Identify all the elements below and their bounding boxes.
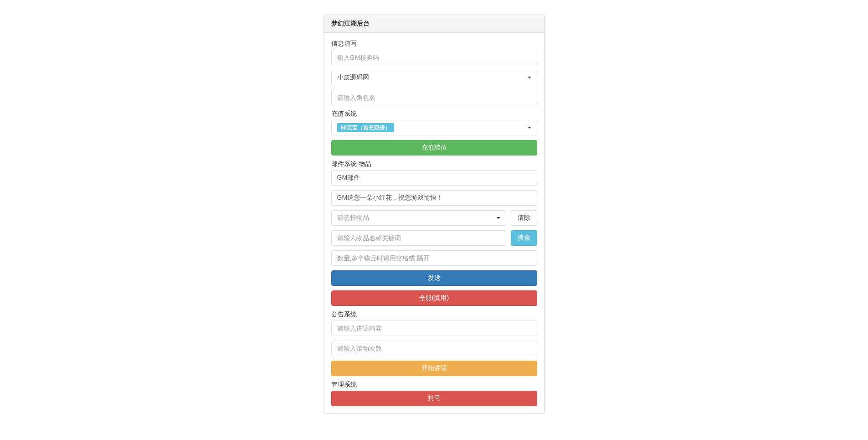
recharge-section-label: 充值系统: [331, 110, 537, 118]
admin-section-label: 管理系统: [331, 381, 537, 389]
recharge-tier-select[interactable]: 60元宝（首充双倍）: [331, 120, 537, 135]
announce-section-label: 公告系统: [331, 311, 537, 319]
quantity-input[interactable]: [331, 250, 537, 266]
start-announce-button[interactable]: 开始讲话: [331, 361, 537, 376]
server-select-value: 小皮源码网: [337, 73, 369, 82]
ban-button[interactable]: 封号: [331, 391, 537, 406]
mail-title-input[interactable]: [331, 170, 537, 186]
send-button[interactable]: 发送: [331, 270, 537, 286]
all-server-button[interactable]: 全服(慎用): [331, 290, 537, 306]
recharge-button[interactable]: 充值档位: [331, 140, 537, 155]
mail-content-input[interactable]: [331, 190, 537, 206]
caret-down-icon: [528, 127, 531, 129]
clear-button[interactable]: 清除: [511, 210, 537, 226]
announce-scroll-input[interactable]: [331, 341, 537, 356]
search-button[interactable]: 搜索: [511, 230, 537, 246]
admin-panel: 梦幻江湖后台 信息填写 小皮源码网 充值系统 60元宝（首充双倍） 充值档位 邮…: [324, 15, 544, 414]
gm-code-input[interactable]: [331, 50, 537, 65]
panel-title: 梦幻江湖后台: [324, 15, 544, 33]
item-select[interactable]: 请选择物品: [331, 210, 506, 226]
server-select[interactable]: 小皮源码网: [331, 70, 537, 85]
caret-down-icon: [497, 217, 500, 219]
caret-down-icon: [528, 77, 531, 78]
role-name-input[interactable]: [331, 90, 537, 105]
announce-content-input[interactable]: [331, 321, 537, 336]
mail-section-label: 邮件系统-物品: [331, 160, 537, 168]
info-section-label: 信息填写: [331, 40, 537, 48]
panel-body: 信息填写 小皮源码网 充值系统 60元宝（首充双倍） 充值档位 邮件系统-物品 …: [324, 33, 544, 413]
item-keyword-input[interactable]: [331, 230, 506, 246]
recharge-tier-badge: 60元宝（首充双倍）: [337, 123, 394, 133]
item-select-placeholder: 请选择物品: [337, 214, 369, 222]
